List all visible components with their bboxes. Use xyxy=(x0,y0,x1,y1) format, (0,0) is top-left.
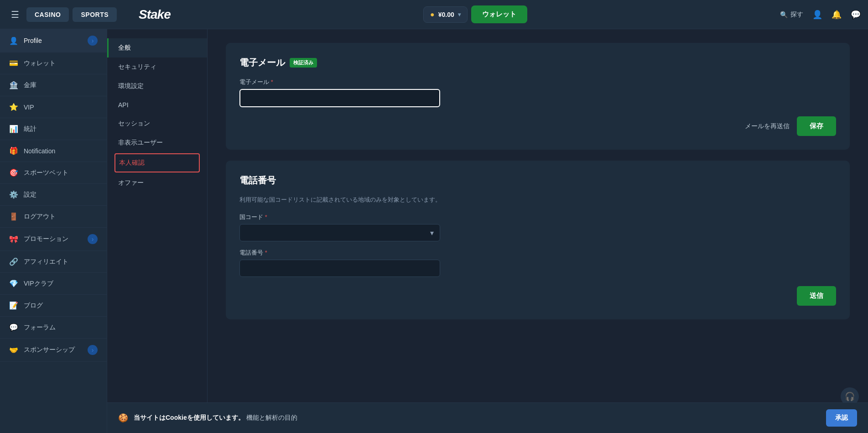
cookie-detail: 機能と解析の目的 xyxy=(246,414,297,421)
required-star: * xyxy=(271,78,273,85)
subnav-preferences[interactable]: 環境設定 xyxy=(107,77,207,96)
cookie-text: 当サイトはCookieを使用しています。 機能と解析の目的 xyxy=(134,414,821,422)
cookie-icon: 🍪 xyxy=(118,413,128,423)
sidebar-label-settings: 設定 xyxy=(24,191,98,199)
phone-input[interactable] xyxy=(239,260,440,277)
notification-icon: 🎁 xyxy=(9,146,18,155)
main-content: 全般 セキュリティ 環境設定 API セッション 非表示ユーザー 本人確認 オフ… xyxy=(107,29,868,433)
subnav-api[interactable]: API xyxy=(107,96,207,114)
email-form-row: 電子メール * xyxy=(239,78,836,107)
sports-button[interactable]: SPORTS xyxy=(73,7,117,22)
sidebar-label-wallet: ウォレット xyxy=(24,59,98,68)
country-code-label: 国コード * xyxy=(239,213,836,221)
bell-icon[interactable]: 🔔 xyxy=(832,10,842,20)
user-icon[interactable]: 👤 xyxy=(812,10,822,20)
balance-box[interactable]: ● ¥0.00 ▾ xyxy=(423,6,468,23)
cookie-bold-text: 当サイトはCookieを使用しています。 xyxy=(134,414,244,421)
sidebar-label-affiliate: アフィリエイト xyxy=(24,258,98,266)
sidebar-label-forum: フォーラム xyxy=(24,323,98,332)
sidebar-item-settings[interactable]: ⚙️ 設定 xyxy=(0,184,107,206)
phone-description: 利用可能な国コードリストに記載されている地域のみを対象としています。 xyxy=(239,196,836,204)
wallet-icon: 💳 xyxy=(9,59,18,68)
header-left: ☰ CASINO SPORTS Stake xyxy=(7,5,171,24)
sidebar-item-blog[interactable]: 📝 ブログ xyxy=(0,295,107,317)
sidebar-label-logout: ログアウト xyxy=(24,213,98,221)
header-center: ● ¥0.00 ▾ ウォレット xyxy=(171,5,780,23)
chat-icon[interactable]: 💬 xyxy=(851,10,861,20)
cookie-accept-button[interactable]: 承認 xyxy=(826,409,857,427)
balance-chevron-icon: ▾ xyxy=(458,11,461,18)
email-section-footer: メールを再送信 保存 xyxy=(239,116,836,136)
header: ☰ CASINO SPORTS Stake ● ¥0.00 ▾ ウォレット 🔍 … xyxy=(0,0,868,29)
country-required-star: * xyxy=(265,214,267,220)
sidebar-item-forum[interactable]: 💬 フォーラム xyxy=(0,317,107,339)
sidebar-label-promotion: プロモーション xyxy=(24,235,82,243)
promotion-icon: 🎀 xyxy=(9,235,18,244)
sidebar-item-profile[interactable]: 👤 Profile › xyxy=(0,29,107,52)
verified-badge: 検証済み xyxy=(290,58,317,68)
sidebar-item-logout[interactable]: 🚪 ログアウト xyxy=(0,206,107,228)
subnav-verification[interactable]: 本人確認 xyxy=(114,153,200,172)
country-code-select[interactable] xyxy=(239,224,440,241)
sidebar-item-affiliate[interactable]: 🔗 アフィリエイト xyxy=(0,251,107,273)
search-icon: 🔍 xyxy=(780,11,788,18)
promotion-chevron-icon: › xyxy=(88,234,98,244)
sidebar-item-vip-club[interactable]: 💎 VIPクラブ xyxy=(0,273,107,295)
email-section-title: 電子メール 検証済み xyxy=(239,57,836,69)
phone-section-footer: 送信 xyxy=(239,286,836,306)
phone-required-star: * xyxy=(265,249,267,256)
sidebar-item-vault[interactable]: 🏦 金庫 xyxy=(0,74,107,96)
sidebar-label-sponsorship: スポンサーシップ xyxy=(24,346,82,354)
save-button[interactable]: 保存 xyxy=(797,116,836,136)
sidebar-item-promotion[interactable]: 🎀 プロモーション › xyxy=(0,228,107,251)
phone-label: 電話番号 * xyxy=(239,249,836,257)
profile-chevron-icon: › xyxy=(88,36,98,46)
subnav-hidden-users[interactable]: 非表示ユーザー xyxy=(107,133,207,152)
page-content: 電子メール 検証済み 電子メール * メールを再送信 保存 電話番号 利用可能な… xyxy=(208,29,868,433)
sidebar-label-stats: 統計 xyxy=(24,125,98,133)
subnav-general[interactable]: 全般 xyxy=(107,38,207,57)
sidebar-item-wallet[interactable]: 💳 ウォレット xyxy=(0,52,107,74)
sidebar-item-notification[interactable]: 🎁 Notification xyxy=(0,140,107,162)
balance-area: ● ¥0.00 ▾ ウォレット xyxy=(423,5,527,23)
sponsorship-icon: 🤝 xyxy=(9,346,18,355)
settings-icon: ⚙️ xyxy=(9,190,18,199)
phone-number-row: 電話番号 * xyxy=(239,249,836,277)
country-code-select-wrapper xyxy=(239,224,440,241)
sidebar-label-profile: Profile xyxy=(24,37,82,44)
sidebar-label-vip: VIP xyxy=(24,104,98,111)
sidebar-label-blog: ブログ xyxy=(24,302,98,310)
stats-icon: 📊 xyxy=(9,125,18,133)
logo: Stake xyxy=(139,7,171,22)
hamburger-icon[interactable]: ☰ xyxy=(7,5,23,24)
phone-title-text: 電話番号 xyxy=(239,174,276,187)
country-code-row: 国コード * xyxy=(239,213,836,241)
casino-button[interactable]: CASINO xyxy=(26,7,69,22)
sidebar-item-sports-bet[interactable]: 🎯 スポーツベット xyxy=(0,162,107,184)
sidebar-item-stats[interactable]: 📊 統計 xyxy=(0,118,107,140)
send-button[interactable]: 送信 xyxy=(797,286,836,306)
balance-amount: ¥0.00 xyxy=(438,11,454,18)
sidebar-item-vip[interactable]: ⭐ VIP xyxy=(0,96,107,118)
vip-icon: ⭐ xyxy=(9,103,18,111)
subnav-security[interactable]: セキュリティ xyxy=(107,57,207,77)
vault-icon: 🏦 xyxy=(9,81,18,89)
wallet-button[interactable]: ウォレット xyxy=(471,5,527,23)
sidebar-label-notification: Notification xyxy=(24,147,98,155)
sponsorship-chevron-icon: › xyxy=(88,345,98,355)
sidebar-label-vip-club: VIPクラブ xyxy=(24,280,98,288)
email-label: 電子メール * xyxy=(239,78,836,86)
sidebar-item-sponsorship[interactable]: 🤝 スポンサーシップ › xyxy=(0,339,107,362)
logout-icon: 🚪 xyxy=(9,212,18,221)
profile-icon: 👤 xyxy=(9,37,18,45)
subnav-offers[interactable]: オファー xyxy=(107,173,207,193)
resend-link[interactable]: メールを再送信 xyxy=(745,122,790,130)
search-label: 探す xyxy=(790,10,803,19)
sidebar: 👤 Profile › 💳 ウォレット 🏦 金庫 ⭐ VIP 📊 統計 🎁 No… xyxy=(0,29,107,433)
search-area[interactable]: 🔍 探す xyxy=(780,10,803,19)
sub-nav: 全般 セキュリティ 環境設定 API セッション 非表示ユーザー 本人確認 オフ… xyxy=(107,29,208,433)
email-input[interactable] xyxy=(239,89,440,107)
header-right: 🔍 探す 👤 🔔 💬 xyxy=(780,10,861,20)
subnav-sessions[interactable]: セッション xyxy=(107,114,207,133)
sidebar-label-sports-bet: スポーツベット xyxy=(24,169,98,177)
